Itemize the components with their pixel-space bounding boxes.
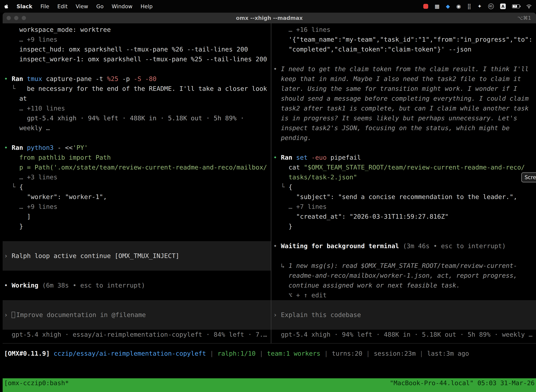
text-segment: }	[4, 223, 23, 230]
omx-status-line: [OMX#0.11.9] cczip/essay/ai-reimplementa…	[3, 349, 536, 359]
text-segment: 1 new msg(s): read $OMX_TEAM_STATE_ROOT/…	[289, 262, 517, 269]
menu-item-file[interactable]: File	[40, 3, 49, 9]
text-segment: [OMX#0.11.9]	[4, 350, 54, 357]
text-segment: -p	[118, 75, 134, 82]
text-segment: -S -80	[134, 75, 157, 82]
wifi-icon[interactable]	[526, 4, 532, 9]
tmux-session-label: [omx-cczip0:bash*	[4, 378, 69, 392]
terminal-line: at	[3, 93, 271, 103]
text-segment: (3m 46s • esc to interrupt)	[403, 242, 506, 250]
menu-bar: Slack FileEditViewGoWindowHelp ▦ ◆ ◉ ⣿ ✦…	[0, 0, 536, 13]
charging-bolt-icon: ⚡	[514, 4, 516, 8]
text-segment: |	[206, 350, 218, 357]
text-cursor	[12, 312, 15, 318]
terminal-line	[271, 231, 536, 241]
window-title-bar[interactable]: omx --xhigh --madmax ⌥⌘1	[3, 13, 536, 23]
text-segment: gpt-5.4 xhigh · 94% left · 488K in · 5.1…	[4, 115, 244, 122]
input-source-icon[interactable]: A	[500, 4, 506, 9]
terminal-line: • I need to get the claim token from the…	[271, 64, 536, 74]
text-segment: tasks/task-2.json"	[273, 173, 357, 181]
text-segment: ralph:1/10	[218, 350, 256, 357]
tmux-host-time: "MacBook-Pro-44.local" 05:03 31-Mar-26	[390, 378, 535, 392]
terminal-line: gpt-5.4 xhigh · essay/ai-reimplementatio…	[3, 330, 271, 340]
text-segment: gpt-5.4 xhigh · essay/ai-reimplementatio…	[4, 331, 267, 338]
text-segment: ⌥ + ↑ edit	[273, 292, 326, 299]
text-segment: cat	[273, 164, 304, 171]
text-segment: "$OMX_TEAM_STATE_ROOT/team/review-curren…	[304, 164, 525, 171]
terminal-line: }	[271, 221, 536, 231]
terminal-line: continue assigned work or next feasible …	[271, 280, 536, 290]
terminal-line	[271, 251, 536, 261]
text-segment: … +9 lines	[4, 203, 57, 210]
terminal-line: … +110 lines	[3, 103, 271, 113]
text-segment: •	[273, 65, 281, 73]
terminal-line: … +9 lines	[3, 202, 271, 212]
terminal-line: task2 after task1 is complete, but can I…	[271, 103, 536, 113]
text-segment: ›	[4, 252, 12, 259]
circle-app-icon[interactable]: ◉	[456, 4, 461, 9]
tmux-status-bar: [omx-cczip0:bash* "MacBook-Pro-44.local"…	[3, 378, 536, 392]
menu-item-go[interactable]: Go	[96, 3, 104, 9]
text-segment: should send a message before completing …	[273, 95, 529, 102]
terminal-line	[3, 231, 271, 241]
screen-capture-overlay[interactable]: Scre	[522, 173, 536, 182]
terminal-line: keep that in mind. Maybe I also need the…	[271, 74, 536, 84]
terminal-line	[3, 300, 271, 310]
count-badge-icon[interactable]: 61	[488, 4, 494, 9]
terminal-line	[3, 320, 271, 330]
text-segment: ↳	[273, 262, 289, 269]
text-segment: workspace_mode: worktree	[4, 26, 111, 33]
tmux-pane-right[interactable]: … +16 lines '{"team_name":"my-team","tas…	[271, 23, 536, 343]
sparkle-icon[interactable]: ✦	[478, 4, 482, 9]
terminal-line: ]	[3, 212, 271, 221]
text-segment: Improve documentation in @filename	[16, 311, 146, 318]
text-segment: "subject": "send a concise recommendatio…	[273, 193, 517, 201]
text-segment: continue assigned work or next feasible …	[273, 282, 460, 289]
terminal-line	[3, 241, 271, 251]
terminal-line: inspect_hud: omx sparkshell --tmux-pane …	[3, 44, 271, 54]
text-segment: •	[273, 242, 281, 250]
prompt-line[interactable]: › Explain this codebase	[271, 310, 536, 320]
terminal-line: ↳ 1 new msg(s): read $OMX_TEAM_STATE_ROO…	[271, 261, 536, 271]
terminal-line: … +7 lines	[271, 202, 536, 212]
status-divider	[3, 343, 536, 344]
terminal-line: tasks/task-2.json"	[271, 172, 536, 182]
menu-item-window[interactable]: Window	[112, 3, 132, 9]
text-segment: python3	[27, 144, 57, 151]
battery-icon[interactable]: ⚡	[512, 5, 520, 8]
terminal-line: should send a message before completing …	[271, 93, 536, 103]
menu-item-edit[interactable]: Edit	[57, 3, 67, 9]
prompt-line[interactable]: › Improve documentation in @filename	[3, 310, 271, 320]
text-segment: %25	[107, 75, 118, 82]
window-title: omx --xhigh --madmax	[3, 13, 536, 23]
terminal-line: "worker": "worker-1",	[3, 192, 271, 202]
text-segment: ]	[4, 213, 31, 220]
blue-app-icon[interactable]: ◆	[446, 4, 450, 9]
text-segment: "worker": "worker-1",	[4, 193, 107, 201]
text-segment: session:23m	[374, 350, 416, 357]
terminal-line: pending.	[271, 133, 536, 143]
text-segment: inspect task2's JSON, focusing on the st…	[273, 124, 510, 131]
text-segment: - <<	[57, 144, 73, 151]
tmux-pane-left[interactable]: workspace_mode: worktree … +9 lines insp…	[3, 23, 271, 343]
menu-item-help[interactable]: Help	[140, 3, 153, 9]
screen-recording-icon[interactable]	[423, 4, 428, 9]
dots-grid-icon[interactable]: ⣿	[467, 4, 471, 9]
text-segment: team:1 workers	[267, 350, 321, 357]
prompt-line[interactable]: › Ralph loop active continue [OMX_TMUX_I…	[3, 251, 271, 261]
menu-item-view[interactable]: View	[76, 3, 88, 9]
text-segment: pending.	[273, 134, 311, 141]
text-segment: from pathlib import Path	[4, 154, 111, 161]
apple-menu-icon[interactable]	[4, 4, 9, 9]
menu-app-name[interactable]: Slack	[17, 3, 32, 9]
menu-bar-status-icons: ▦ ◆ ◉ ⣿ ✦ 61 A ⚡	[423, 4, 532, 9]
terminal-line: }	[3, 221, 271, 231]
window-shortcut-hint: ⌥⌘1	[517, 13, 531, 23]
text-segment: keep that in mind. Maybe I also need the…	[273, 75, 521, 82]
text-segment: … +16 lines	[273, 26, 330, 33]
grid-icon[interactable]: ▦	[435, 4, 440, 9]
terminal-line: "created_at": "2026-03-31T11:59:27.816Z"	[271, 212, 536, 221]
text-segment: Ralph loop active continue [OMX_TMUX_INJ…	[12, 252, 179, 259]
terminal-line: └ {	[271, 182, 536, 192]
terminal-line	[3, 271, 271, 280]
